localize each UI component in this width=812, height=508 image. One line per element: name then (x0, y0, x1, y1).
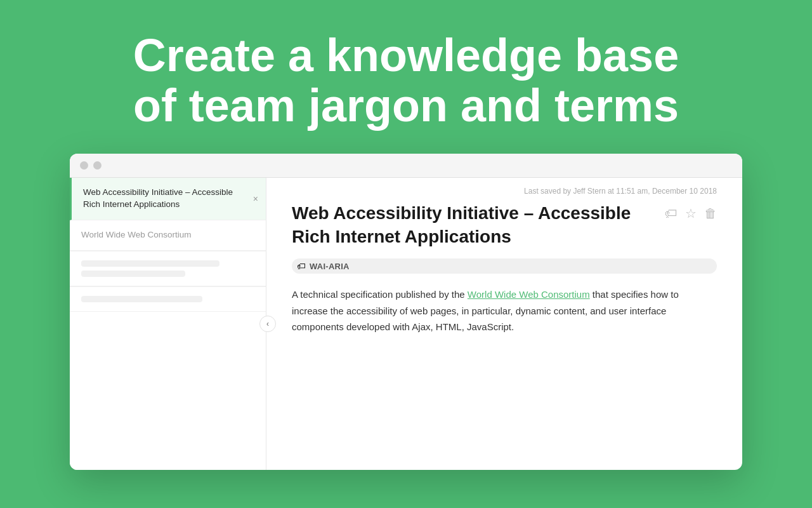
sidebar-item-secondary[interactable]: World Wide Web Consortium (70, 220, 266, 251)
sidebar-item-partial-2 (70, 286, 266, 312)
sidebar-item-secondary-title: World Wide Web Consortium (81, 229, 254, 241)
sidebar-item-partial-1 (70, 251, 266, 286)
sidebar-collapse-button[interactable]: ‹ (259, 316, 276, 332)
sidebar-item-active-title: Web Accessibility Initiative – Accessibl… (83, 187, 243, 211)
tag-icon[interactable]: 🏷 (665, 206, 678, 221)
trash-icon[interactable]: 🗑 (704, 206, 717, 221)
window-dot-1 (80, 161, 88, 170)
tag-badge-icon: 🏷 (297, 261, 306, 271)
chevron-left-icon: ‹ (266, 319, 269, 328)
last-saved-bar: Last saved by Jeff Stern at 11:51 am, De… (292, 178, 717, 202)
sidebar-item-active[interactable]: Web Accessibility Initiative – Accessibl… (70, 178, 266, 220)
main-content: Last saved by Jeff Stern at 11:51 am, De… (266, 178, 742, 470)
app-window: Web Accessibility Initiative – Accessibl… (70, 154, 742, 470)
star-icon[interactable]: ☆ (685, 206, 697, 221)
tag-badge: 🏷 WAI-ARIA (292, 258, 717, 274)
window-titlebar (70, 154, 742, 178)
window-body: Web Accessibility Initiative – Accessibl… (70, 178, 742, 470)
tag-badge-label: WAI-ARIA (310, 262, 350, 271)
hero-title: Create a knowledge base of team jargon a… (57, 30, 755, 131)
article-body-prefix: A technical specification published by t… (292, 289, 468, 300)
article-header: Web Accessibility Initiative – Accessibl… (292, 202, 717, 248)
window-dot-2 (93, 161, 102, 170)
sidebar: Web Accessibility Initiative – Accessibl… (70, 178, 266, 470)
article-title: Web Accessibility Initiative – Accessibl… (292, 202, 665, 248)
article-body-link[interactable]: World Wide Web Consortium (468, 289, 590, 300)
sidebar-item-close-icon[interactable]: × (253, 194, 258, 204)
article-actions: 🏷 ☆ 🗑 (665, 202, 717, 221)
article-body: A technical specification published by t… (292, 286, 717, 335)
